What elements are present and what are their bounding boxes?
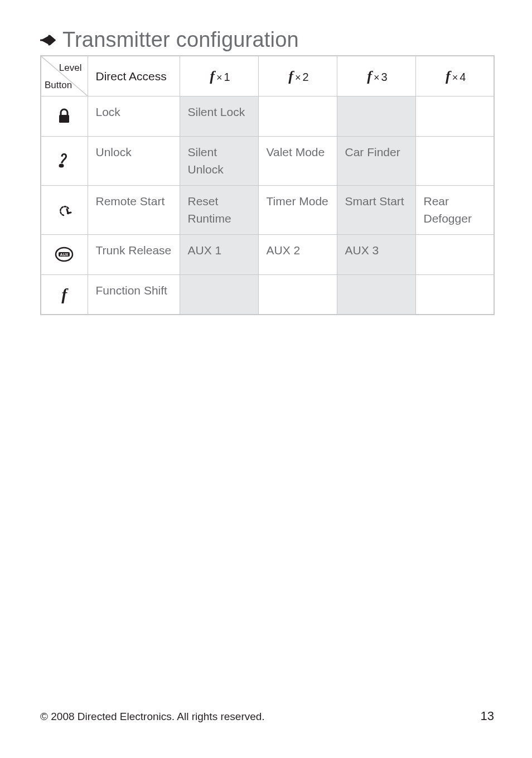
page-number: 13 bbox=[481, 709, 494, 723]
header-f1: f×1 bbox=[180, 56, 258, 96]
page-footer: © 2008 Directed Electronics. All rights … bbox=[40, 709, 494, 723]
unlock-icon bbox=[41, 136, 88, 185]
svg-marker-0 bbox=[41, 35, 56, 45]
transmitter-config-table: Level Button Direct Access f×1 f×2 f×3 f… bbox=[40, 55, 495, 315]
cell-f1: Reset Runtime bbox=[180, 185, 258, 234]
cell-f1: AUX 1 bbox=[180, 234, 258, 274]
cell-direct: Unlock bbox=[88, 136, 180, 185]
diag-label-button: Button bbox=[45, 78, 72, 93]
cell-direct: Function Shift bbox=[88, 274, 180, 315]
cell-f1: Silent Lock bbox=[180, 96, 258, 136]
cell-f4 bbox=[415, 96, 494, 136]
header-direct-access: Direct Access bbox=[88, 56, 180, 96]
cell-direct: Trunk Release bbox=[88, 234, 180, 274]
cell-f2 bbox=[258, 274, 337, 315]
aux-icon: AUX bbox=[41, 234, 88, 274]
cell-f2 bbox=[258, 96, 337, 136]
cell-f1: Silent Unlock bbox=[180, 136, 258, 185]
cell-f3 bbox=[337, 274, 415, 315]
cell-direct: Lock bbox=[88, 96, 180, 136]
table-row: Lock Silent Lock bbox=[41, 96, 494, 136]
header-f3: f×3 bbox=[337, 56, 415, 96]
copyright-text: © 2008 Directed Electronics. All rights … bbox=[40, 711, 265, 723]
cell-f4 bbox=[415, 274, 494, 315]
header-diagonal-cell: Level Button bbox=[41, 56, 88, 96]
cell-f4: Rear Defogger bbox=[415, 185, 494, 234]
arrow-right-icon bbox=[40, 34, 57, 46]
cell-f2: Valet Mode bbox=[258, 136, 337, 185]
heading-text: Transmitter configuration bbox=[62, 28, 299, 52]
table-row: Unlock Silent Unlock Valet Mode Car Find… bbox=[41, 136, 494, 185]
table-row: Remote Start Reset Runtime Timer Mode Sm… bbox=[41, 185, 494, 234]
cell-f3: Smart Start bbox=[337, 185, 415, 234]
header-f4: f×4 bbox=[415, 56, 494, 96]
cell-f3: Car Finder bbox=[337, 136, 415, 185]
diag-label-level: Level bbox=[59, 61, 82, 75]
svg-point-3 bbox=[59, 164, 64, 168]
table-row: f Function Shift bbox=[41, 274, 494, 315]
svg-text:AUX: AUX bbox=[60, 253, 69, 257]
function-icon: f bbox=[41, 274, 88, 315]
cell-f4 bbox=[415, 136, 494, 185]
svg-rect-2 bbox=[59, 115, 69, 123]
page-heading: Transmitter configuration bbox=[40, 28, 494, 52]
header-f2: f×2 bbox=[258, 56, 337, 96]
cell-f3: AUX 3 bbox=[337, 234, 415, 274]
cell-direct: Remote Start bbox=[88, 185, 180, 234]
lock-icon bbox=[41, 96, 88, 136]
cell-f1 bbox=[180, 274, 258, 315]
cell-f4 bbox=[415, 234, 494, 274]
cell-f2: AUX 2 bbox=[258, 234, 337, 274]
svg-point-4 bbox=[67, 212, 69, 214]
cell-f3 bbox=[337, 96, 415, 136]
remote-start-icon bbox=[41, 185, 88, 234]
cell-f2: Timer Mode bbox=[258, 185, 337, 234]
table-row: AUX Trunk Release AUX 1 AUX 2 AUX 3 bbox=[41, 234, 494, 274]
